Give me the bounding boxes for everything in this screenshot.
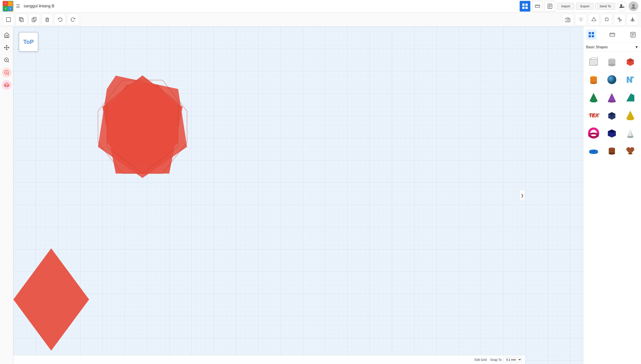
shapes-category-label: Basic Shapes	[586, 45, 608, 49]
edit-grid-label[interactable]: Edit Grid	[474, 358, 486, 362]
right-panel-top	[583, 27, 641, 43]
svg-marker-95	[626, 94, 634, 102]
light-button[interactable]	[575, 14, 587, 25]
zoom-in-tool[interactable]	[2, 55, 12, 65]
svg-point-12	[620, 4, 622, 6]
user-avatar[interactable]	[628, 1, 638, 11]
svg-line-28	[579, 18, 579, 18]
shape-box-stripes[interactable]	[585, 54, 602, 70]
svg-point-24	[567, 19, 569, 21]
cube-tool[interactable]	[2, 80, 12, 90]
shape-box-blue[interactable]	[603, 107, 620, 124]
main-area: ToP ❯ Edit Grid Snap To	[0, 27, 641, 364]
shape-torus-flat-blue[interactable]	[585, 142, 602, 159]
shape-cone-gray[interactable]	[622, 124, 639, 142]
shape-special-n[interactable]	[622, 71, 639, 88]
shape-box-darkblue[interactable]	[603, 124, 620, 142]
svg-point-88	[590, 82, 597, 84]
svg-line-43	[8, 61, 9, 62]
snap-value-select[interactable]: 0.1 mm 0.5 mm 1 mm	[503, 357, 522, 362]
svg-text:TEXT: TEXT	[589, 112, 599, 118]
svg-point-110	[627, 136, 633, 138]
canvas-area[interactable]: ToP ❯ Edit Grid Snap To	[13, 27, 583, 364]
shapes-category-dropdown[interactable]: Basic Shapes ▼	[583, 43, 641, 52]
svg-marker-109	[627, 128, 633, 137]
svg-rect-2	[522, 7, 524, 9]
shape-heart-brown[interactable]	[622, 142, 639, 159]
snap-row: Snap To 0.1 mm 0.5 mm 1 mm	[490, 357, 522, 362]
notes-icon-button[interactable]	[545, 1, 555, 12]
align-button[interactable]	[614, 14, 625, 25]
delete-button[interactable]	[42, 14, 53, 25]
shape-rotated-square[interactable]	[13, 248, 89, 351]
snap-to-label: Snap To	[490, 358, 502, 362]
shape-box-red[interactable]	[622, 54, 639, 70]
svg-rect-61	[592, 32, 594, 34]
svg-rect-21	[46, 18, 48, 22]
import-button[interactable]: Import	[557, 3, 574, 10]
notes-panel-icon[interactable]	[628, 29, 638, 40]
svg-rect-3	[525, 7, 528, 9]
shape-cylinder-orange[interactable]	[585, 71, 602, 88]
copy-button[interactable]	[16, 14, 27, 25]
bottom-bar: Edit Grid Snap To 0.1 mm 0.5 mm 1 mm	[13, 355, 525, 364]
move-tool[interactable]	[2, 43, 12, 52]
svg-point-116	[609, 152, 615, 155]
svg-rect-36	[620, 20, 621, 21]
shape-sphere-blue[interactable]	[603, 71, 620, 88]
shape-tool1[interactable]	[588, 14, 599, 25]
shape-tool2[interactable]	[601, 14, 612, 25]
svg-point-15	[632, 4, 635, 7]
svg-marker-38	[631, 18, 632, 21]
mirror-button[interactable]	[627, 14, 638, 25]
shape-text-3d[interactable]: TEXT TEXT	[585, 107, 602, 124]
new-button[interactable]	[3, 14, 14, 25]
app-logo[interactable]: T I N K	[3, 1, 13, 12]
svg-rect-19	[32, 18, 35, 22]
toolbar-right	[562, 14, 638, 25]
grid-view-icon[interactable]	[586, 29, 597, 40]
svg-rect-0	[522, 4, 524, 6]
panel-collapse-button[interactable]: ❯	[519, 190, 525, 201]
shape-torus-pink[interactable]	[585, 124, 602, 142]
svg-marker-33	[605, 17, 608, 21]
sendto-button[interactable]: Send To	[595, 3, 615, 10]
export-button[interactable]: Export	[576, 3, 593, 10]
zoom-out-tool[interactable]	[2, 68, 12, 78]
view-label[interactable]: ToP	[19, 32, 38, 52]
ruler-icon-button[interactable]	[532, 1, 543, 12]
svg-point-113	[591, 150, 596, 152]
svg-marker-39	[632, 18, 634, 21]
add-person-button[interactable]	[617, 1, 627, 11]
svg-rect-17	[20, 18, 23, 22]
shape-wedge-teal[interactable]	[622, 89, 639, 106]
svg-marker-92	[608, 93, 616, 102]
ruler-panel-icon[interactable]	[607, 29, 618, 40]
shape-cone-purple[interactable]	[603, 89, 620, 106]
project-name[interactable]: sanggul lintang B	[24, 4, 54, 8]
shape-star-octagon[interactable]	[94, 67, 192, 182]
dropdown-arrow-icon: ▼	[635, 45, 638, 49]
undo-button[interactable]	[54, 14, 66, 25]
header-right: Import Export Send To	[520, 1, 638, 12]
duplicate-button[interactable]	[29, 14, 40, 25]
shape-cylinder-brown[interactable]	[603, 142, 620, 159]
shape-pyramid-green[interactable]	[585, 89, 602, 106]
home-tool[interactable]	[2, 30, 12, 40]
svg-rect-60	[589, 32, 591, 34]
redo-button[interactable]	[67, 14, 79, 25]
svg-line-29	[582, 18, 583, 18]
svg-marker-54	[13, 248, 89, 351]
logo-n: N	[3, 6, 8, 11]
shape-cylinder-gray[interactable]	[603, 54, 620, 70]
svg-rect-16	[7, 17, 11, 22]
svg-rect-63	[592, 35, 594, 38]
grid-view-button[interactable]	[520, 1, 530, 12]
svg-marker-32	[592, 17, 596, 21]
shape-pyramid-yellow[interactable]	[622, 107, 639, 124]
logo-k: K	[8, 6, 13, 11]
svg-point-80	[608, 64, 615, 66]
svg-rect-62	[589, 35, 591, 38]
camera-button[interactable]	[562, 14, 574, 25]
menu-icon[interactable]: ☰	[16, 4, 20, 9]
